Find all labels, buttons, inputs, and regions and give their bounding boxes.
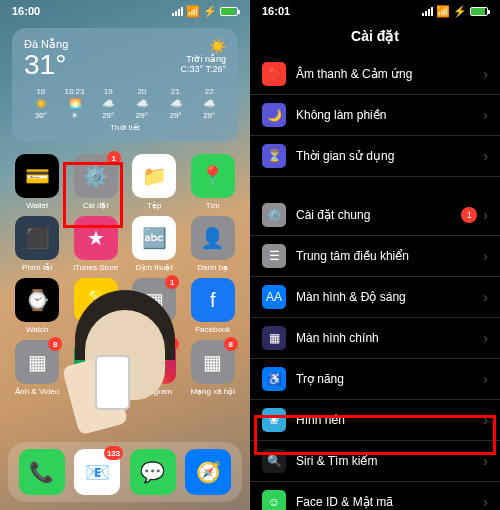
hour-item: 18☀️30°: [24, 87, 58, 120]
temperature: 31°: [24, 51, 68, 79]
setting-row[interactable]: ☰Trung tâm điều khiển›: [250, 236, 500, 277]
status-bar: 16:01 📶 ⚡: [250, 0, 500, 22]
hour-item: 22☁️29°: [192, 87, 226, 120]
app-grid: 💳Wallet⚙️1Cài đặt📁Tệp📍Tìm⬛Phím tắt★iTune…: [0, 148, 250, 402]
app-phmtt[interactable]: ⬛Phím tắt: [10, 216, 65, 272]
app-danhb[interactable]: 👤Danh bạ: [186, 216, 241, 272]
setting-row[interactable]: ▦Màn hình chính›: [250, 318, 500, 359]
dock-app[interactable]: 🧭: [185, 449, 231, 495]
hour-item: 21☁️29°: [159, 87, 193, 120]
setting-row[interactable]: 🌙Không làm phiền›: [250, 95, 500, 136]
settings-screen: 16:01 📶 ⚡ Cài đặt 🔴Âm thanh & Cảm ứng›🌙K…: [250, 0, 500, 510]
dock-app[interactable]: 📞: [19, 449, 65, 495]
hour-item: 19☁️29°: [91, 87, 125, 120]
app-tp[interactable]: 📁Tệp: [127, 154, 182, 210]
app-nhvideo[interactable]: ▦8Ảnh & Video: [10, 340, 65, 396]
dock-app[interactable]: 📧133: [74, 449, 120, 495]
setting-row[interactable]: 🔴Âm thanh & Cảm ứng›: [250, 54, 500, 95]
setting-row[interactable]: ☺Face ID & Mật mã›: [250, 482, 500, 510]
setting-row[interactable]: ⚙️Cài đặt chung1›: [250, 195, 500, 236]
app-mngxhi[interactable]: ▦8Mạng xã hội: [186, 340, 241, 396]
highlight-faceid: [254, 415, 496, 455]
sun-icon: ☀️: [180, 38, 226, 54]
time: 16:00: [12, 5, 40, 17]
setting-row[interactable]: ⏳Thời gian sử dụng›: [250, 136, 500, 177]
app-dchthut[interactable]: 🔤Dịch thuật: [127, 216, 182, 272]
app-tin[interactable]: ▦1Tiện...: [127, 278, 182, 334]
status-bar: 16:00 📶 ⚡: [0, 0, 250, 22]
app-vpbanknec[interactable]: V3VPBank NEC: [69, 340, 124, 396]
app-wallet[interactable]: 💳Wallet: [10, 154, 65, 210]
app-mo[interactable]: 💡Mẹo: [69, 278, 124, 334]
status-icons: 📶 ⚡: [422, 5, 488, 18]
dock-app[interactable]: 💬: [130, 449, 176, 495]
setting-row[interactable]: ♿Trợ năng›: [250, 359, 500, 400]
home-screen: 16:00 📶 ⚡ Đà Nẵng 31° ☀️ Trời nắng C:33°…: [0, 0, 250, 510]
page-title: Cài đặt: [250, 22, 500, 50]
hour-item: 20☁️29°: [125, 87, 159, 120]
widget-label: Thời tiết: [24, 123, 226, 132]
status-icons: 📶 ⚡: [172, 5, 238, 18]
weather-widget[interactable]: Đà Nẵng 31° ☀️ Trời nắng C:33° T:26° 18☀…: [12, 28, 238, 142]
app-watch[interactable]: ⌚Watch: [10, 278, 65, 334]
highlight-settings: [63, 162, 123, 228]
app-facebook[interactable]: fFacebook: [186, 278, 241, 334]
app-instagram[interactable]: 📷5Instagram: [127, 340, 182, 396]
time: 16:01: [262, 5, 290, 17]
setting-row[interactable]: AAMàn hình & Độ sáng›: [250, 277, 500, 318]
app-tm[interactable]: 📍Tìm: [186, 154, 241, 210]
hour-item: 18:23🌅☀: [58, 87, 92, 120]
dock: 📞📧133💬🧭: [8, 442, 242, 502]
condition: Trời nắng: [180, 54, 226, 64]
hourly-forecast: 18☀️30°18:23🌅☀19☁️29°20☁️29°21☁️29°22☁️2…: [24, 87, 226, 120]
temp-range: C:33° T:26°: [180, 64, 226, 74]
